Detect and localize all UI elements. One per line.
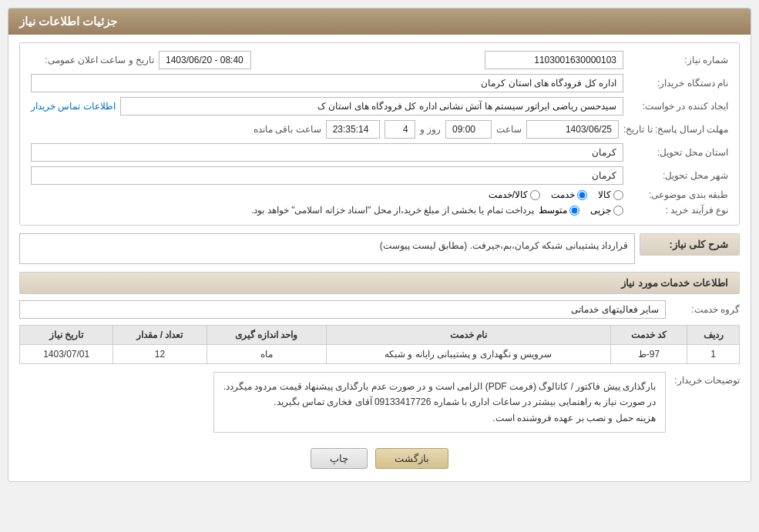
service-group-label: گروه خدمت: [670, 304, 740, 315]
category-khadamat-radio[interactable] [577, 190, 587, 200]
buyer-notes-line3: هزینه حمل و نصب بر عهده فروشنده است. [223, 410, 656, 426]
card-body: شماره نیاز: 1103001630000103 1403/06/20 … [8, 35, 751, 481]
date-announce-value: 1403/06/20 - 08:40 [159, 51, 251, 69]
delivery-province-label: استان محل تحویل: [628, 147, 728, 158]
col-header-qty: تعداد / مقدار [113, 326, 207, 345]
need-number-label: شماره نیاز: [628, 55, 728, 65]
delivery-province-value: کرمان [31, 143, 623, 162]
process-motevaset-radio[interactable] [569, 206, 579, 216]
delivery-city-value: کرمان [31, 166, 623, 185]
creator-contact-link[interactable]: اطلاعات تماس خریدار [31, 101, 116, 112]
table-cell-quantity: 12 [113, 345, 207, 364]
service-group-row: گروه خدمت: سایر فعالیتهای خدماتی [19, 300, 740, 319]
process-motevaset-label: متوسط [539, 205, 567, 216]
services-section: اطلاعات خدمات مورد نیاز گروه خدمت: سایر … [19, 272, 740, 364]
need-description-value: قرارداد پشتیبانی شبکه کرمان،بم،جیرفت. (م… [19, 233, 635, 264]
table-cell-unit: ماه [207, 345, 326, 364]
reply-remaining-label: ساعت باقی مانده [254, 124, 321, 135]
creator-label: ایجاد کننده در خواست: [628, 101, 728, 112]
process-jozvi-label: جزیی [590, 205, 611, 216]
category-kala-radio[interactable] [613, 190, 623, 200]
page-title: جزئیات اطلاعات نیاز [19, 15, 117, 28]
footer-buttons: بازگشت چاپ [19, 440, 740, 473]
row-category: طبقه بندی موضوعی: کالا خدمت کالا/خدمت [31, 189, 728, 200]
process-jozvi-radio[interactable] [613, 206, 623, 216]
col-header-unit: واحد اندازه گیری [207, 326, 326, 345]
buyer-notes-line2: در صورت نیاز به راهنمایی بیشتر در ساعات … [223, 394, 656, 410]
reply-deadline-label: مهلت ارسال پاسخ: تا تاریخ: [623, 124, 728, 135]
need-number-value: 1103001630000103 [485, 51, 623, 69]
process-note: پرداخت تمام یا بخشی از مبلغ خرید،از محل … [31, 205, 534, 216]
category-kala-khadamat: کالا/خدمت [489, 189, 540, 200]
need-description-section-title: شرح کلی نیاز: [640, 233, 740, 256]
col-header-date: تاریخ نیاز [20, 326, 113, 345]
table-header-row: ردیف کد خدمت نام خدمت واحد اندازه گیری ت… [20, 326, 740, 345]
category-label: طبقه بندی موضوعی: [628, 189, 728, 200]
category-radio-group: کالا خدمت کالا/خدمت [489, 189, 623, 200]
table-cell-code: 97-ط [610, 345, 687, 364]
table-cell-name: سرویس و نگهداری و پشتیبانی رایانه و شبکه [326, 345, 610, 364]
buyer-notes-row: توضیحات خریدار: بارگذاری پیش فاکتور / کا… [19, 372, 740, 433]
category-kala-label: کالا [598, 189, 611, 200]
col-header-code: کد خدمت [610, 326, 687, 345]
col-header-name: نام خدمت [326, 326, 610, 345]
service-group-value: سایر فعالیتهای خدماتی [19, 300, 666, 319]
buyer-org-label: نام دستگاه خریدار: [628, 78, 728, 89]
category-khadamat: خدمت [551, 189, 587, 200]
row-delivery-city: شهر محل تحویل: کرمان [31, 166, 728, 185]
row-process: نوع فرآیند خرید : جزیی متوسط پرداخت تمام… [31, 205, 728, 216]
process-label: نوع فرآیند خرید : [628, 205, 728, 216]
buyer-notes-label: توضیحات خریدار: [670, 372, 740, 386]
process-motevaset: متوسط [539, 205, 579, 216]
back-button[interactable]: بازگشت [375, 448, 448, 469]
table-cell-row: 1 [687, 345, 740, 364]
page-container: جزئیات اطلاعات نیاز شماره نیاز: 11030016… [0, 0, 759, 532]
col-header-row: ردیف [687, 326, 740, 345]
row-need-number: شماره نیاز: 1103001630000103 1403/06/20 … [31, 51, 728, 69]
row-buyer-org: نام دستگاه خریدار: اداره کل فرودگاه های … [31, 74, 728, 92]
buyer-org-value: اداره کل فرودگاه های استان کرمان [31, 74, 623, 92]
creator-value: سیدحسن ریاضی ایراتور سیستم ها آتش نشانی … [120, 97, 623, 115]
reply-time-label: ساعت [496, 124, 522, 135]
buyer-notes-content: بارگذاری پیش فاکتور / کاتالوگ (فرمت PDF)… [213, 372, 666, 433]
reply-time-value: 09:00 [445, 120, 492, 139]
reply-days-label: روز و [420, 124, 441, 135]
table-cell-date: 1403/07/01 [20, 345, 113, 364]
services-table: ردیف کد خدمت نام خدمت واحد اندازه گیری ت… [19, 325, 740, 364]
info-section: شماره نیاز: 1103001630000103 1403/06/20 … [19, 42, 740, 226]
print-button[interactable]: چاپ [311, 448, 368, 469]
services-section-title: اطلاعات خدمات مورد نیاز [19, 272, 740, 294]
date-announce-label: تاریخ و ساعت اعلان عمومی: [31, 55, 154, 65]
category-kala-khadamat-radio[interactable] [530, 190, 540, 200]
process-radio-group: جزیی متوسط [539, 205, 623, 216]
buyer-notes-line1: بارگذاری پیش فاکتور / کاتالوگ (فرمت PDF)… [223, 379, 656, 394]
row-delivery-province: استان محل تحویل: کرمان [31, 143, 728, 162]
reply-date-value: 1403/06/25 [526, 120, 619, 139]
process-jozvi: جزیی [590, 205, 623, 216]
row-creator: ایجاد کننده در خواست: سیدحسن ریاضی ایرات… [31, 97, 728, 115]
reply-days-value: 4 [385, 120, 415, 139]
table-row: 197-طسرویس و نگهداری و پشتیبانی رایانه و… [20, 345, 740, 364]
main-card: جزئیات اطلاعات نیاز شماره نیاز: 11030016… [8, 8, 751, 482]
card-header: جزئیات اطلاعات نیاز [8, 8, 751, 35]
category-kala-khadamat-label: کالا/خدمت [489, 189, 528, 200]
delivery-city-label: شهر محل تحویل: [628, 170, 728, 181]
category-kala: کالا [598, 189, 623, 200]
category-khadamat-label: خدمت [551, 189, 575, 200]
row-need-description: شرح کلی نیاز: قرارداد پشتیبانی شبکه کرما… [19, 233, 740, 264]
row-reply-deadline: مهلت ارسال پاسخ: تا تاریخ: 1403/06/25 سا… [31, 120, 728, 139]
reply-remaining-value: 23:35:14 [326, 120, 380, 139]
